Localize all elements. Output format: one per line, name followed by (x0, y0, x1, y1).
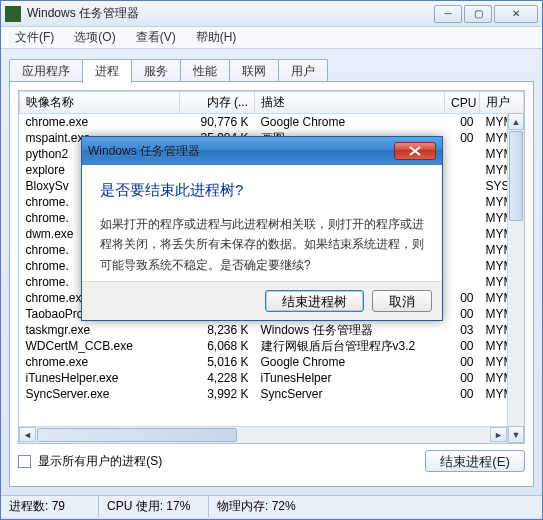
app-icon (5, 6, 21, 22)
menu-help[interactable]: 帮助(H) (186, 27, 247, 48)
cell-image-name: iTunesHelper.exe (20, 370, 180, 386)
menu-view[interactable]: 查看(V) (126, 27, 186, 48)
scroll-left-button[interactable]: ◄ (19, 427, 36, 442)
cell-image-name: chrome.exe (20, 354, 180, 370)
status-cpu: CPU 使用: 17% (99, 496, 209, 517)
col-memory[interactable]: 内存 (... (180, 92, 255, 114)
scroll-thumb-v[interactable] (509, 131, 523, 221)
table-row[interactable]: iTunesHelper.exe4,228 KiTunesHelper00MYM (20, 370, 524, 386)
confirm-end-process-tree-dialog: Windows 任务管理器 是否要结束此进程树? 如果打开的程序或进程与此进程树… (81, 136, 443, 321)
checkbox-icon[interactable] (18, 455, 31, 468)
dialog-heading: 是否要结束此进程树? (100, 181, 424, 200)
cell-cpu (445, 258, 480, 274)
cell-memory: 90,776 K (180, 114, 255, 131)
cell-image-name: WDCertM_CCB.exe (20, 338, 180, 354)
cell-cpu: 00 (445, 306, 480, 322)
scroll-down-button[interactable]: ▼ (508, 426, 524, 443)
cell-image-name: taskmgr.exe (20, 322, 180, 338)
task-manager-window: Windows 任务管理器 ─ ▢ ✕ 文件(F) 选项(O) 查看(V) 帮助… (0, 0, 543, 520)
maximize-button[interactable]: ▢ (464, 5, 492, 23)
col-user[interactable]: 用户 (480, 92, 524, 114)
cell-cpu (445, 242, 480, 258)
cell-cpu (445, 274, 480, 290)
cell-cpu (445, 194, 480, 210)
vertical-scrollbar[interactable]: ▲ ▼ (507, 113, 524, 443)
horizontal-scrollbar[interactable]: ◄ ► (19, 426, 507, 443)
tab-services[interactable]: 服务 (131, 59, 181, 81)
window-title: Windows 任务管理器 (27, 5, 434, 22)
table-row[interactable]: chrome.exe90,776 KGoogle Chrome00MYM (20, 114, 524, 131)
cell-cpu: 00 (445, 338, 480, 354)
end-process-button[interactable]: 结束进程(E) (425, 450, 525, 472)
col-description[interactable]: 描述 (255, 92, 445, 114)
menu-options[interactable]: 选项(O) (64, 27, 125, 48)
cell-image-name: chrome.exe (20, 114, 180, 131)
scroll-up-button[interactable]: ▲ (508, 113, 524, 130)
cell-description: iTunesHelper (255, 370, 445, 386)
cancel-button[interactable]: 取消 (372, 290, 432, 312)
cell-description: Windows 任务管理器 (255, 322, 445, 338)
cell-description: SyncServer (255, 386, 445, 402)
dialog-title: Windows 任务管理器 (88, 143, 394, 160)
cell-memory: 5,016 K (180, 354, 255, 370)
cell-cpu: 00 (445, 354, 480, 370)
cell-cpu: 03 (445, 322, 480, 338)
table-row[interactable]: WDCertM_CCB.exe6,068 K建行网银盾后台管理程序v3.200M… (20, 338, 524, 354)
statusbar: 进程数: 79 CPU 使用: 17% 物理内存: 72% (1, 495, 542, 517)
cell-description: 建行网银盾后台管理程序v3.2 (255, 338, 445, 354)
minimize-button[interactable]: ─ (434, 5, 462, 23)
end-process-tree-button[interactable]: 结束进程树 (265, 290, 364, 312)
dialog-text: 如果打开的程序或进程与此进程树相关联，则打开的程序或进程将关闭，将丢失所有未保存… (100, 214, 424, 275)
dialog-buttons: 结束进程树 取消 (82, 281, 442, 320)
cell-memory: 8,236 K (180, 322, 255, 338)
table-row[interactable]: SyncServer.exe3,992 KSyncServer00MYM (20, 386, 524, 402)
cell-cpu: 00 (445, 130, 480, 146)
table-row[interactable]: chrome.exe5,016 KGoogle Chrome00MYM (20, 354, 524, 370)
cell-cpu (445, 146, 480, 162)
tab-applications[interactable]: 应用程序 (9, 59, 83, 81)
dialog-close-button[interactable] (394, 142, 436, 160)
tabs: 应用程序 进程 服务 性能 联网 用户 (9, 59, 534, 81)
cell-cpu (445, 162, 480, 178)
cell-cpu: 00 (445, 290, 480, 306)
cell-description: Google Chrome (255, 114, 445, 131)
close-icon (409, 146, 421, 156)
scroll-right-button[interactable]: ► (490, 427, 507, 442)
tab-processes[interactable]: 进程 (82, 59, 132, 83)
menu-file[interactable]: 文件(F) (5, 27, 64, 48)
close-button[interactable]: ✕ (494, 5, 538, 23)
cell-cpu: 00 (445, 386, 480, 402)
menubar: 文件(F) 选项(O) 查看(V) 帮助(H) (1, 27, 542, 49)
tab-performance[interactable]: 性能 (180, 59, 230, 81)
table-row[interactable]: taskmgr.exe8,236 KWindows 任务管理器03MYM (20, 322, 524, 338)
col-image-name[interactable]: 映像名称 (20, 92, 180, 114)
col-cpu[interactable]: CPU (445, 92, 480, 114)
cell-cpu (445, 226, 480, 242)
cell-cpu (445, 178, 480, 194)
cell-cpu: 00 (445, 114, 480, 131)
cell-cpu (445, 210, 480, 226)
cell-cpu: 00 (445, 370, 480, 386)
cell-memory: 4,228 K (180, 370, 255, 386)
column-headers[interactable]: 映像名称 内存 (... 描述 CPU 用户 (20, 92, 524, 114)
status-memory: 物理内存: 72% (209, 496, 542, 517)
tab-users[interactable]: 用户 (278, 59, 328, 81)
cell-description: Google Chrome (255, 354, 445, 370)
status-processes: 进程数: 79 (1, 496, 99, 517)
show-all-users-checkbox[interactable]: 显示所有用户的进程(S) (18, 453, 162, 470)
tab-networking[interactable]: 联网 (229, 59, 279, 81)
below-list: 显示所有用户的进程(S) 结束进程(E) (18, 444, 525, 470)
cell-memory: 3,992 K (180, 386, 255, 402)
titlebar[interactable]: Windows 任务管理器 ─ ▢ ✕ (1, 1, 542, 27)
dialog-titlebar[interactable]: Windows 任务管理器 (82, 137, 442, 165)
show-all-users-label: 显示所有用户的进程(S) (38, 454, 162, 468)
cell-memory: 6,068 K (180, 338, 255, 354)
dialog-body: 是否要结束此进程树? 如果打开的程序或进程与此进程树相关联，则打开的程序或进程将… (82, 165, 442, 281)
scroll-thumb-h[interactable] (37, 428, 237, 442)
cell-image-name: SyncServer.exe (20, 386, 180, 402)
